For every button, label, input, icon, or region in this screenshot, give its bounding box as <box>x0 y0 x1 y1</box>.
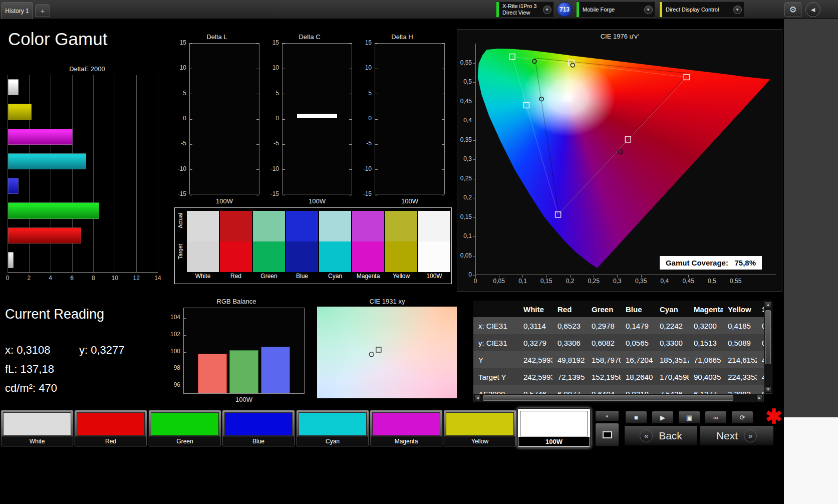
gamut-triangle <box>535 58 689 214</box>
axis-tick-label: 0,25 <box>588 278 600 285</box>
tick-mark <box>442 169 444 170</box>
play-button[interactable]: ▶ <box>652 411 674 424</box>
tick-mark <box>688 275 689 278</box>
dropdown-button[interactable]: ▼ <box>731 2 744 17</box>
meter-line1: Mobile Forge <box>583 7 638 13</box>
dropdown-button[interactable]: ▼ <box>642 2 655 17</box>
measurement-table: WhiteRedGreenBlueCyanMagentaYellow100Wx:… <box>473 301 764 394</box>
loop-icon: ∞ <box>713 414 718 421</box>
tick-mark <box>190 69 192 69</box>
scroll-up-button[interactable]: ▲ <box>765 302 771 308</box>
table-cell: 16,7204 <box>621 351 655 368</box>
axis-tick-label: 10 <box>265 64 279 71</box>
meter-dropdown-display-control[interactable]: Direct Display Control ▼ <box>659 2 744 18</box>
axis-tick-label: 0 <box>172 115 186 122</box>
swatch-label: White <box>184 273 221 280</box>
dropdown-button[interactable]: ▼ <box>540 2 553 17</box>
scroll-down-button[interactable]: ▼ <box>765 386 771 393</box>
meter-line1: X-Rite i1Pro 3 <box>502 3 537 10</box>
table-vertical-scrollbar[interactable]: ▲ ▼ <box>764 301 772 394</box>
tick-mark <box>736 275 736 278</box>
target-swatch <box>220 241 252 272</box>
back-button[interactable]: « Back <box>624 425 698 446</box>
axis-tick-label: 0,15 <box>458 213 472 220</box>
actual-row-label: Actual <box>177 213 183 228</box>
gridline <box>136 75 137 272</box>
axis-tick-label: 0,45 <box>458 98 472 105</box>
axis-tick-label: 0 <box>6 275 10 282</box>
tick-mark <box>256 144 259 145</box>
deltae-bar-magenta <box>8 129 73 145</box>
chevron-down-icon: ▼ <box>644 6 653 14</box>
table-cell: 6,9077 <box>552 385 587 394</box>
tick-mark <box>442 44 444 44</box>
table-cell: 0,6404 <box>587 385 621 394</box>
scroll-right-button[interactable]: ► <box>756 395 763 401</box>
tick-mark <box>190 119 192 120</box>
pattern-tile-label: Yellow <box>444 436 515 446</box>
axis-tick-label: 6 <box>70 275 74 282</box>
tick-mark <box>473 121 475 121</box>
collapse-panel-button[interactable]: ◀ <box>805 2 820 17</box>
meter-dropdown-i1pro[interactable]: X-Rite i1Pro 3 Direct View ▼ <box>496 2 554 18</box>
x-axis: 02468101214 <box>8 275 158 283</box>
stop-icon: ■ <box>634 414 638 421</box>
pattern-window-button[interactable] <box>595 423 619 446</box>
tick-mark <box>442 94 444 94</box>
scroll-thumb[interactable] <box>483 395 733 401</box>
row-label: Target Y <box>473 368 518 385</box>
axis-tick-label: 0,5 <box>708 278 716 285</box>
swatch-label: Cyan <box>317 273 354 280</box>
tick-mark <box>473 179 475 179</box>
stop-button[interactable]: ■ <box>625 411 647 424</box>
scroll-thumb[interactable] <box>765 310 771 364</box>
table-cell: 0,2242 <box>655 317 689 334</box>
table-cell: 158,7970 <box>587 351 621 368</box>
add-tab-button[interactable]: + <box>35 4 50 17</box>
refresh-icon: ⟳ <box>740 414 745 421</box>
deltae-bar-red <box>8 227 81 243</box>
pattern-tile-white[interactable]: White <box>1 410 74 447</box>
tick-mark <box>473 256 475 257</box>
table-row: Y242,599349,8192158,797016,7204185,35177… <box>473 351 764 368</box>
axis-tick-label: 0,35 <box>458 136 472 143</box>
actual-swatch <box>286 211 318 241</box>
next-label: Next <box>716 430 738 442</box>
back-label: Back <box>659 430 682 442</box>
pattern-scroll-up-button[interactable]: ▲ <box>595 410 619 421</box>
tick-mark <box>184 386 186 386</box>
scroll-left-button[interactable]: ◄ <box>474 395 481 401</box>
pattern-tile-100w[interactable]: 100W <box>517 408 591 447</box>
delta-c-chart: Delta C 100W 151050-5-10-15 <box>265 33 354 211</box>
pattern-tile-cyan[interactable]: Cyan <box>296 410 369 447</box>
tick-mark <box>184 318 186 319</box>
axis-tick-label: -5 <box>172 140 186 147</box>
meter-dropdown-source[interactable]: Mobile Forge ▼ <box>576 2 655 18</box>
table-cell: 49,8192 <box>552 351 587 368</box>
axis-tick-label: 15 <box>265 39 279 46</box>
pattern-tile-magenta[interactable]: Magenta <box>370 410 443 447</box>
pattern-tile-green[interactable]: Green <box>148 410 221 447</box>
save-button[interactable]: ▣ <box>678 411 700 424</box>
pattern-tile-red[interactable]: Red <box>74 410 147 447</box>
marker-overlay <box>317 307 457 398</box>
axis-tick-label: 5 <box>358 90 372 97</box>
pattern-tile-blue[interactable]: Blue <box>222 410 295 447</box>
pattern-color-patch <box>151 412 219 436</box>
axis-tick-label: 12 <box>133 275 139 282</box>
tab-history-1[interactable]: History 1 <box>1 2 33 19</box>
calibration-app-window: History 1 + X-Rite i1Pro 3 Direct View ▼… <box>0 0 838 504</box>
loop-button[interactable]: ∞ <box>705 411 727 424</box>
tick-mark <box>283 44 285 44</box>
table-cell: 0,3108 <box>757 317 764 334</box>
axis-tick-label: 0,4 <box>458 117 472 124</box>
pattern-tile-yellow[interactable]: Yellow <box>443 410 516 447</box>
table-horizontal-scrollbar[interactable]: ◄ ► <box>473 394 764 402</box>
refresh-button[interactable]: ⟳ <box>731 411 753 424</box>
table-header-row: WhiteRedGreenBlueCyanMagentaYellow100W <box>473 301 764 318</box>
next-button[interactable]: Next » <box>699 425 774 446</box>
axis-tick-label: 0 <box>474 278 477 285</box>
tick-mark <box>283 169 285 170</box>
swatch-column-green: Green <box>253 208 285 284</box>
settings-button[interactable]: ⚙ <box>784 2 801 17</box>
